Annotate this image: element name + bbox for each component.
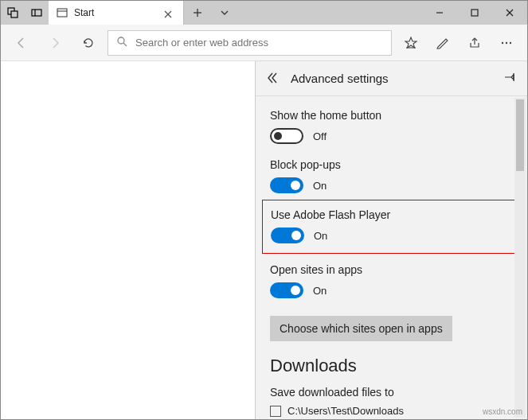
- toggle-state: On: [313, 285, 327, 297]
- back-icon[interactable]: [265, 71, 281, 87]
- window-controls: [422, 1, 527, 25]
- flash-toggle[interactable]: [271, 228, 304, 243]
- setting-flash: Use Adobe Flash Player On: [271, 208, 512, 243]
- pin-icon[interactable]: [503, 71, 518, 87]
- svg-line-15: [123, 43, 127, 46]
- svg-point-21: [510, 41, 511, 43]
- toggle-row: On: [270, 177, 513, 193]
- search-icon: [116, 36, 127, 50]
- toggle-row: On: [271, 228, 512, 243]
- downloads-heading: Downloads: [270, 356, 513, 376]
- setting-block-popups: Block pop-ups On: [270, 158, 513, 193]
- content-area: Advanced settings Show the home button O…: [1, 61, 527, 419]
- panel-header: Advanced settings: [256, 61, 527, 96]
- panel-title: Advanced settings: [291, 72, 494, 85]
- refresh-button[interactable]: [74, 29, 103, 57]
- svg-point-20: [506, 41, 507, 43]
- folder-icon: [270, 406, 281, 417]
- panel-body: Show the home button Off Block pop-ups O…: [256, 96, 527, 419]
- page-body: [1, 61, 255, 419]
- toggle-row: Off: [270, 128, 513, 144]
- setting-label: Block pop-ups: [270, 158, 513, 171]
- address-input[interactable]: [135, 37, 383, 49]
- forward-button[interactable]: [41, 29, 69, 57]
- setting-home-button: Show the home button Off: [270, 109, 513, 144]
- toolbar: [1, 25, 527, 61]
- svg-rect-1: [11, 11, 18, 18]
- back-button[interactable]: [7, 29, 36, 57]
- tab-aside-icon[interactable]: [25, 1, 49, 25]
- open-apps-toggle[interactable]: [270, 282, 303, 298]
- close-button[interactable]: [492, 1, 527, 25]
- toggle-state: On: [313, 180, 327, 192]
- block-popups-toggle[interactable]: [270, 177, 303, 193]
- tab-preview-toggle[interactable]: [211, 1, 238, 25]
- scrollbar-thumb[interactable]: [516, 99, 524, 171]
- panel-scrollbar[interactable]: [514, 98, 526, 418]
- downloads-path: C:\Users\Test\Downloads: [287, 405, 404, 417]
- setting-label: Show the home button: [270, 109, 513, 122]
- titlebar: Start: [1, 1, 527, 25]
- setting-label: Open sites in apps: [270, 263, 513, 276]
- toolbar-right: [397, 29, 521, 57]
- address-bar[interactable]: [108, 30, 392, 56]
- toggle-state: Off: [313, 130, 327, 142]
- favorites-button[interactable]: [397, 29, 425, 57]
- svg-marker-16: [405, 37, 417, 48]
- downloads-path-row: C:\Users\Test\Downloads: [270, 405, 513, 417]
- svg-rect-2: [32, 10, 41, 16]
- tab-edge-icon: [57, 7, 68, 18]
- setting-open-apps: Open sites in apps On: [270, 263, 513, 298]
- new-tab-button[interactable]: [184, 1, 211, 25]
- multitask-icon[interactable]: [1, 1, 25, 25]
- home-button-toggle[interactable]: [270, 128, 303, 144]
- svg-point-19: [502, 41, 503, 43]
- downloads-label: Save downloaded files to: [270, 386, 513, 399]
- svg-point-14: [118, 37, 124, 44]
- browser-tab[interactable]: Start: [49, 1, 184, 25]
- choose-sites-button[interactable]: Choose which sites open in apps: [270, 316, 452, 341]
- watermark: wsxdn.com: [483, 407, 522, 416]
- titlebar-left: [1, 1, 49, 25]
- browser-window: Start: [0, 0, 528, 420]
- more-button[interactable]: [492, 29, 521, 57]
- tab-title: Start: [74, 7, 158, 18]
- notes-button[interactable]: [428, 29, 457, 57]
- tab-close-icon[interactable]: [164, 7, 175, 18]
- svg-rect-11: [471, 10, 478, 16]
- svg-rect-4: [57, 9, 67, 17]
- share-button[interactable]: [460, 29, 489, 57]
- toggle-state: On: [314, 230, 327, 242]
- settings-panel: Advanced settings Show the home button O…: [255, 61, 527, 419]
- highlight-box: Use Adobe Flash Player On: [262, 200, 521, 254]
- setting-label: Use Adobe Flash Player: [271, 208, 512, 221]
- maximize-button[interactable]: [457, 1, 492, 25]
- toggle-row: On: [270, 282, 513, 298]
- titlebar-spacer: [238, 1, 422, 25]
- minimize-button[interactable]: [422, 1, 457, 25]
